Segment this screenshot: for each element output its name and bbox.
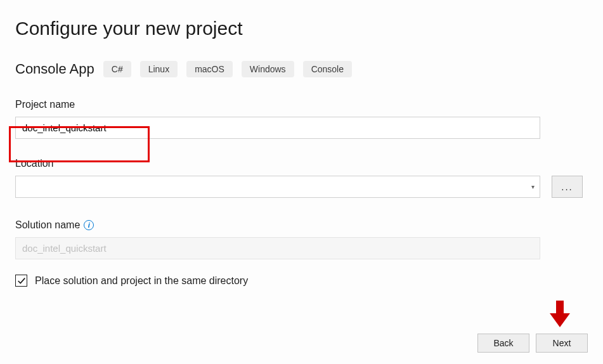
template-name: Console App bbox=[15, 61, 94, 77]
page-title: Configure your new project bbox=[15, 18, 588, 39]
tag-csharp: C# bbox=[103, 61, 131, 77]
next-button[interactable]: Next bbox=[536, 334, 588, 353]
solution-name-label: Solution name i bbox=[15, 219, 588, 231]
solution-name-label-text: Solution name bbox=[15, 219, 80, 231]
same-directory-label: Place solution and project in the same d… bbox=[35, 275, 248, 287]
check-icon bbox=[17, 276, 26, 285]
arrow-down-icon bbox=[550, 301, 570, 330]
location-label: Location bbox=[15, 158, 588, 169]
same-directory-checkbox[interactable] bbox=[15, 275, 27, 287]
svg-rect-0 bbox=[556, 301, 564, 315]
tag-console: Console bbox=[303, 61, 352, 77]
browse-button[interactable]: ... bbox=[552, 176, 583, 198]
footer: Back Next bbox=[477, 334, 588, 353]
template-row: Console App C# Linux macOS Windows Conso… bbox=[15, 61, 588, 77]
solution-name-value: doc_intel_quickstart bbox=[22, 243, 107, 254]
solution-name-input: doc_intel_quickstart bbox=[15, 237, 540, 259]
tag-linux: Linux bbox=[140, 61, 178, 77]
location-combo[interactable]: ▾ bbox=[15, 176, 540, 198]
info-icon[interactable]: i bbox=[84, 220, 94, 230]
back-button[interactable]: Back bbox=[477, 334, 529, 353]
tag-macos: macOS bbox=[186, 61, 233, 77]
chevron-down-icon: ▾ bbox=[531, 183, 535, 190]
project-name-label: Project name bbox=[15, 99, 588, 110]
tag-windows: Windows bbox=[242, 61, 294, 77]
project-name-input[interactable] bbox=[15, 117, 540, 139]
